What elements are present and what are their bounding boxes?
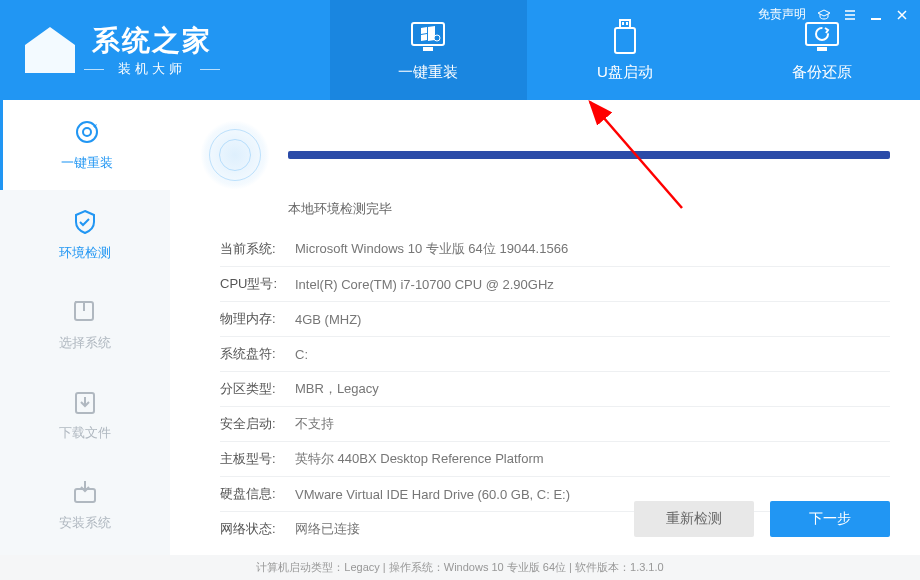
info-label: 硬盘信息: [220, 485, 295, 503]
tab-label: U盘启动 [597, 63, 653, 82]
recheck-button[interactable]: 重新检测 [634, 501, 754, 537]
info-label: 网络状态: [220, 520, 295, 538]
svg-rect-7 [806, 23, 838, 45]
svg-rect-1 [423, 47, 433, 51]
sidebar-label: 环境检测 [59, 244, 111, 262]
info-value: MBR，Legacy [295, 380, 379, 398]
sidebar-item-reinstall[interactable]: 一键重装 [0, 100, 170, 190]
install-icon [71, 478, 99, 506]
graduation-icon[interactable] [816, 7, 832, 23]
info-label: 主板型号: [220, 450, 295, 468]
tab-one-click-reinstall[interactable]: 一键重装 [330, 0, 527, 100]
system-info-list: 当前系统:Microsoft Windows 10 专业版 64位 19044.… [220, 232, 890, 546]
sidebar-label: 安装系统 [59, 514, 111, 532]
sidebar-item-download[interactable]: 下载文件 [0, 370, 170, 460]
close-button[interactable] [894, 7, 910, 23]
tab-usb-boot[interactable]: U盘启动 [527, 0, 724, 100]
sidebar-label: 一键重装 [61, 154, 113, 172]
svg-rect-6 [626, 22, 628, 25]
radar-icon [200, 120, 270, 190]
info-value: Microsoft Windows 10 专业版 64位 19044.1566 [295, 240, 568, 258]
download-icon [71, 388, 99, 416]
info-value: 4GB (MHZ) [295, 312, 361, 327]
backup-icon [804, 19, 840, 55]
svg-point-2 [434, 35, 440, 41]
sidebar-item-select-system[interactable]: 选择系统 [0, 280, 170, 370]
info-value: 不支持 [295, 415, 334, 433]
info-label: 分区类型: [220, 380, 295, 398]
info-row-motherboard: 主板型号:英特尔 440BX Desktop Reference Platfor… [220, 442, 890, 477]
info-value: C: [295, 347, 308, 362]
svg-rect-3 [620, 20, 630, 28]
info-label: 系统盘符: [220, 345, 295, 363]
svg-rect-5 [622, 22, 624, 25]
progress-bar [288, 151, 890, 159]
minimize-button[interactable] [868, 7, 884, 23]
menu-icon[interactable] [842, 7, 858, 23]
info-row-memory: 物理内存:4GB (MHZ) [220, 302, 890, 337]
info-row-secureboot: 安全启动:不支持 [220, 407, 890, 442]
info-row-cpu: CPU型号:Intel(R) Core(TM) i7-10700 CPU @ 2… [220, 267, 890, 302]
tab-label: 备份还原 [792, 63, 852, 82]
windows-reinstall-icon [410, 19, 446, 55]
svg-point-12 [83, 128, 91, 136]
shield-check-icon [71, 208, 99, 236]
target-icon [73, 118, 101, 146]
footer-status: 计算机启动类型：Legacy | 操作系统：Windows 10 专业版 64位… [0, 555, 920, 580]
logo-area: 系统之家 装机大师 [0, 0, 330, 100]
sidebar-label: 选择系统 [59, 334, 111, 352]
sidebar-label: 下载文件 [59, 424, 111, 442]
usb-icon [607, 19, 643, 55]
info-value: 网络已连接 [295, 520, 360, 538]
info-label: 当前系统: [220, 240, 295, 258]
info-value: 英特尔 440BX Desktop Reference Platform [295, 450, 544, 468]
select-icon [71, 298, 99, 326]
info-value: VMware Virtual IDE Hard Drive (60.0 GB, … [295, 487, 570, 502]
info-value: Intel(R) Core(TM) i7-10700 CPU @ 2.90GHz [295, 277, 554, 292]
titlebar-controls: 免责声明 [758, 6, 910, 23]
tab-label: 一键重装 [398, 63, 458, 82]
sidebar: 一键重装 环境检测 选择系统 下载文件 安装系统 [0, 100, 170, 555]
app-title: 系统之家 [92, 22, 212, 60]
info-label: 物理内存: [220, 310, 295, 328]
svg-rect-8 [817, 47, 827, 51]
info-label: 安全启动: [220, 415, 295, 433]
next-button[interactable]: 下一步 [770, 501, 890, 537]
app-subtitle: 装机大师 [92, 60, 212, 78]
info-label: CPU型号: [220, 275, 295, 293]
info-row-partition: 分区类型:MBR，Legacy [220, 372, 890, 407]
logo-icon [20, 25, 80, 75]
info-row-drive: 系统盘符:C: [220, 337, 890, 372]
progress-status-text: 本地环境检测完毕 [288, 200, 890, 218]
header: 系统之家 装机大师 一键重装 U盘启动 备份还原 免责声明 [0, 0, 920, 100]
svg-point-11 [77, 122, 97, 142]
svg-rect-4 [615, 28, 635, 53]
sidebar-item-env-check[interactable]: 环境检测 [0, 190, 170, 280]
sidebar-item-install[interactable]: 安装系统 [0, 460, 170, 550]
info-row-os: 当前系统:Microsoft Windows 10 专业版 64位 19044.… [220, 232, 890, 267]
main-content: 本地环境检测完毕 当前系统:Microsoft Windows 10 专业版 6… [170, 100, 920, 555]
disclaimer-link[interactable]: 免责声明 [758, 6, 806, 23]
